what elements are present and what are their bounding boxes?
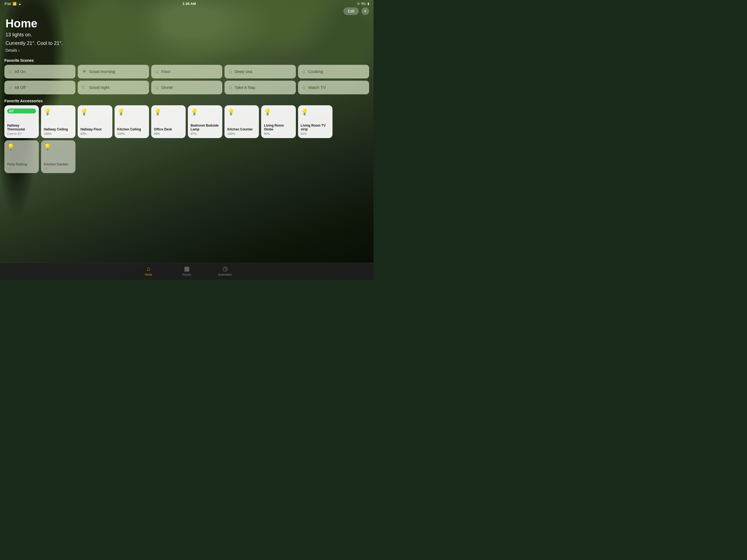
add-button[interactable]: +: [361, 7, 369, 15]
hallway-ceiling-icon: 💡: [44, 108, 73, 116]
scene-dinner[interactable]: ⌂ Dinner: [151, 81, 222, 94]
status-right: 𝔅 5% ▮: [357, 2, 369, 6]
tab-automation[interactable]: ◷ Automation: [217, 265, 233, 276]
home-subtitle-2: Currently 21°. Cool to 21°.: [5, 40, 368, 47]
scene-cooking[interactable]: ⌂ Cooking: [298, 65, 369, 78]
bedroom-bedside-lamp-icon: 💡: [190, 108, 220, 116]
living-room-globe-icon: 💡: [264, 108, 293, 116]
accessory-kitchen-garden-status: Off: [44, 167, 73, 170]
accessory-patio-railing-status: Off: [7, 167, 36, 170]
tab-home[interactable]: ⌂ Home: [140, 265, 157, 276]
status-time: 1:26 AM: [182, 2, 196, 6]
accessory-patio-railing[interactable]: 💡 Patio Railing Off: [4, 140, 39, 173]
page-title: Home: [5, 17, 368, 30]
main-content: Favorite Scenes ⌂ All On ☀ Good morning …: [0, 54, 374, 263]
accessory-kitchen-garden[interactable]: 💡 Kitchen Garden Off: [41, 140, 75, 173]
status-bar: iPad 📶 ▲ 1:26 AM 𝔅 5% ▮: [0, 0, 374, 6]
accessory-living-room-globe-status: 60%: [264, 132, 293, 135]
accessories-grid: 21° Hallway Thermostat Cool to 21° 💡 Hal…: [4, 105, 369, 173]
office-desk-icon: 💡: [154, 108, 183, 116]
scene-watch-tv-icon: ⌂: [302, 84, 305, 90]
kitchen-ceiling-icon: 💡: [117, 108, 146, 116]
accessory-living-room-tv-strip[interactable]: 💡 Living Room TV strip 91%: [298, 105, 333, 138]
location-icon: ▲: [18, 2, 21, 5]
scene-all-on[interactable]: ⌂ All On: [4, 65, 75, 78]
scene-good-morning-label: Good morning: [89, 69, 115, 74]
scene-floor-icon: ⌂: [156, 69, 159, 74]
scene-all-on-icon: ⌂: [9, 69, 12, 74]
tab-automation-label: Automation: [218, 273, 232, 276]
accessory-kitchen-ceiling-name: Kitchen Ceiling: [117, 127, 146, 131]
accessory-office-desk-name: Office Desk: [154, 127, 183, 131]
accessory-hallway-thermostat-name: Hallway Thermostat: [7, 124, 36, 131]
details-link[interactable]: Details ›: [5, 48, 19, 52]
accessory-office-desk[interactable]: 💡 Office Desk 98%: [151, 105, 186, 138]
tab-bar: ⌂ Home ▦ Rooms ◷ Automation: [0, 263, 374, 280]
top-bar: Edit +: [0, 6, 374, 15]
scenes-grid: ⌂ All On ☀ Good morning ⌂ Floor ⌂ Deep s…: [4, 65, 369, 94]
accessory-kitchen-ceiling[interactable]: 💡 Kitchen Ceiling 100%: [114, 105, 149, 138]
edit-button[interactable]: Edit: [343, 7, 359, 15]
scene-watch-tv[interactable]: ⌂ Watch TV: [298, 81, 369, 94]
thermostat-badge: 21°: [7, 108, 36, 113]
scene-dinner-icon: ⌂: [156, 84, 159, 90]
accessory-kitchen-counter-status: 100%: [227, 132, 256, 135]
hallway-floor-icon: 💡: [80, 108, 109, 116]
scene-deep-sea[interactable]: ⌂ Deep sea: [225, 65, 295, 78]
patio-railing-icon: 💡: [7, 144, 36, 151]
accessory-bedroom-bedside-lamp-status: 87%: [190, 132, 220, 135]
scene-floor-label: Floor: [161, 69, 171, 74]
tab-rooms[interactable]: ▦ Rooms: [179, 265, 195, 276]
wifi-icon: 📶: [12, 2, 17, 6]
scene-all-off-label: All Off: [15, 85, 26, 90]
accessory-living-room-tv-strip-status: 91%: [301, 132, 330, 135]
scene-watch-tv-label: Watch TV: [308, 85, 326, 90]
scene-good-night-icon: ☾: [82, 84, 86, 91]
accessory-living-room-globe-name: Living Room Globe: [264, 124, 293, 131]
battery-label: 5%: [361, 2, 366, 6]
accessory-hallway-floor-name: Hallway Floor: [80, 127, 109, 131]
tab-home-label: Home: [145, 273, 152, 276]
accessory-hallway-thermostat[interactable]: 21° Hallway Thermostat Cool to 21°: [4, 105, 39, 138]
accessory-hallway-thermostat-status: Cool to 21°: [7, 132, 36, 135]
accessory-hallway-ceiling-name: Hallway Ceiling: [44, 127, 73, 131]
scene-take-a-nap[interactable]: ⌂ Take A Nap: [225, 81, 295, 94]
accessory-hallway-ceiling-status: 100%: [44, 132, 73, 135]
living-room-tv-strip-icon: 💡: [301, 108, 330, 116]
scene-good-morning-icon: ☀: [82, 69, 86, 75]
scene-all-on-label: All On: [15, 69, 26, 74]
accessory-patio-railing-name: Patio Railing: [7, 162, 36, 166]
accessory-kitchen-counter[interactable]: 💡 Kitchen Counter 100%: [225, 105, 259, 138]
scene-all-off-icon: ⌂: [9, 84, 12, 90]
scene-deep-sea-label: Deep sea: [235, 69, 252, 74]
scene-take-a-nap-label: Take A Nap: [235, 85, 255, 90]
scene-cooking-label: Cooking: [308, 69, 323, 74]
favorite-scenes-label: Favorite Scenes: [4, 58, 369, 62]
scene-dinner-label: Dinner: [161, 85, 173, 90]
accessory-bedroom-bedside-lamp-name: Bedroom Bedside Lamp: [190, 124, 220, 131]
scene-good-night[interactable]: ☾ Good night: [78, 81, 149, 94]
accessory-bedroom-bedside-lamp[interactable]: 💡 Bedroom Bedside Lamp 87%: [188, 105, 222, 138]
tab-rooms-label: Rooms: [182, 273, 191, 276]
accessory-kitchen-ceiling-status: 100%: [117, 132, 146, 135]
accessory-living-room-globe[interactable]: 💡 Living Room Globe 60%: [261, 105, 295, 138]
accessory-kitchen-counter-name: Kitchen Counter: [227, 127, 256, 131]
tab-rooms-icon: ▦: [184, 265, 190, 272]
accessory-hallway-ceiling[interactable]: 💡 Hallway Ceiling 100%: [41, 105, 75, 138]
tab-automation-icon: ◷: [223, 265, 228, 272]
accessory-office-desk-status: 98%: [154, 132, 183, 135]
home-subtitle-1: 13 lights on.: [5, 31, 368, 38]
status-left: iPad 📶 ▲: [4, 2, 21, 6]
accessory-kitchen-garden-name: Kitchen Garden: [44, 162, 73, 166]
scene-good-morning[interactable]: ☀ Good morning: [78, 65, 149, 78]
scene-good-night-label: Good night: [89, 85, 109, 90]
tab-home-icon: ⌂: [147, 265, 150, 272]
scene-deep-sea-icon: ⌂: [229, 69, 232, 74]
battery-icon: ▮: [367, 2, 369, 5]
accessory-hallway-floor[interactable]: 💡 Hallway Floor 83%: [78, 105, 112, 138]
scene-floor[interactable]: ⌂ Floor: [151, 65, 222, 78]
scene-all-off[interactable]: ⌂ All Off: [4, 81, 75, 94]
favorite-accessories-label: Favorite Accessories: [4, 99, 369, 103]
scene-cooking-icon: ⌂: [302, 69, 305, 74]
scene-take-a-nap-icon: ⌂: [229, 84, 232, 90]
